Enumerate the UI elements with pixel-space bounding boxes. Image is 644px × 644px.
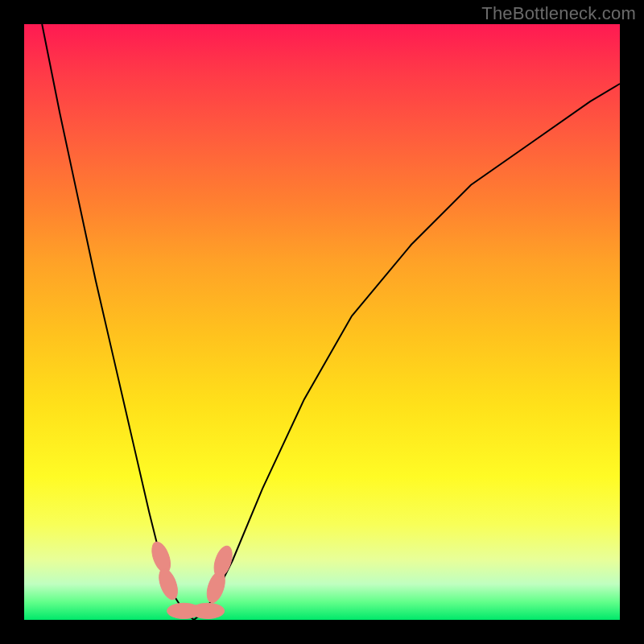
curve-left [42,24,194,620]
watermark-text: TheBottleneck.com [481,3,636,24]
outer-frame: TheBottleneck.com [0,0,644,644]
chart-svg [24,24,620,620]
curve-right [194,84,620,620]
marker-valley-right [191,603,224,618]
plot-area [24,24,620,620]
marker-left-cluster-lower [155,567,181,602]
markers-group [148,539,235,618]
